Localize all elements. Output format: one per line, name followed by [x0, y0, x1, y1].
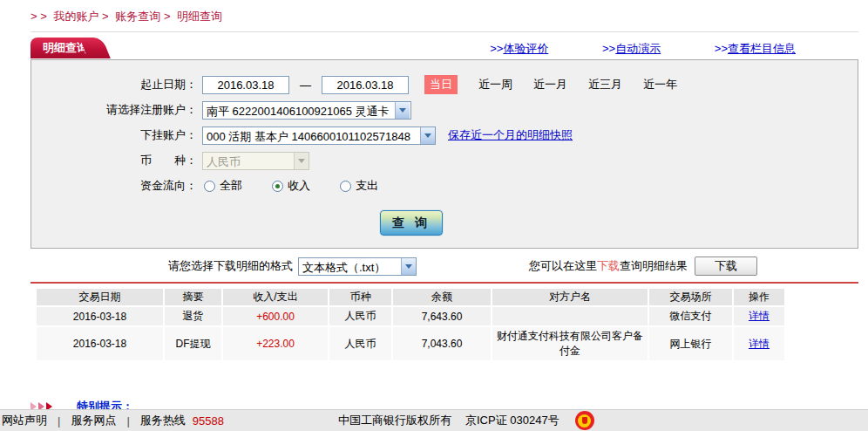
date-dash: —	[300, 79, 311, 92]
cell-currency: 人民币	[329, 327, 391, 360]
radio-all[interactable]: 全部	[204, 178, 242, 194]
footer-copyright-group: 中国工商银行版权所有 京ICP证 030247号	[338, 411, 594, 430]
cell-summary: 退货	[165, 307, 221, 325]
query-button[interactable]: 查 询	[380, 210, 443, 236]
breadcrumb-separator: >	[102, 10, 109, 23]
red-separator	[31, 282, 858, 284]
table-row: 2016-03-18 DF提现 +223.00 人民币 7,043.60 财付通…	[37, 327, 784, 360]
cell-venue: 网上银行	[649, 327, 732, 360]
breadcrumb-separator: >	[164, 10, 171, 23]
chevron-down-icon	[395, 102, 410, 119]
fund-flow-row: 资金流向： 全部 收入 支出	[31, 175, 858, 196]
breadcrumb-item-detail-query[interactable]: 明细查询	[177, 10, 222, 23]
save-snapshot-link[interactable]: 保存近一个月的明细快照	[448, 127, 573, 143]
col-header-summary: 摘要	[165, 289, 221, 305]
cell-counterparty	[492, 307, 648, 325]
footer-hotline-label: 服务热线	[140, 413, 186, 428]
date-to-input[interactable]	[322, 76, 409, 94]
cell-venue: 微信支付	[649, 307, 732, 325]
download-hint-group: 您可以在这里下载查询明细结果 下载	[529, 257, 757, 276]
cell-balance: 7,043.60	[393, 327, 491, 360]
radio-expense[interactable]: 支出	[340, 178, 378, 194]
cell-summary: DF提现	[165, 327, 221, 360]
download-hint-link[interactable]: 下载	[597, 258, 620, 274]
download-hint-after: 查询明细结果	[620, 258, 688, 274]
col-header-venue: 交易场所	[649, 289, 732, 305]
download-hint-before: 您可以在这里	[529, 258, 597, 274]
link-view-column-info[interactable]: >>查看栏目信息	[715, 42, 796, 55]
col-header-currency: 币种	[329, 289, 391, 305]
currency-select: 人民币	[202, 152, 309, 170]
breadcrumb: > > 我的账户 > 账务查询 > 明细查询	[31, 0, 858, 24]
quick-range-year[interactable]: 近一年	[643, 77, 677, 92]
today-button[interactable]: 当日	[424, 75, 458, 94]
transaction-table: 交易日期 摘要 收入/支出 币种 余额 对方户名 交易场所 操作 2016-03…	[35, 287, 786, 362]
detail-link[interactable]: 详情	[749, 310, 770, 322]
footer-link-statement[interactable]: 网站声明	[2, 413, 47, 428]
quick-range-3months[interactable]: 近三月	[588, 77, 622, 92]
sub-account-label: 下挂账户：	[31, 127, 197, 143]
fund-flow-label: 资金流向：	[31, 178, 197, 194]
link-experience-rating[interactable]: >>体验评价	[490, 42, 548, 55]
radio-icon	[340, 181, 351, 192]
quick-range-month[interactable]: 近一月	[533, 77, 567, 92]
breadcrumb-item-account-query[interactable]: 账务查询	[115, 10, 160, 23]
currency-label: 币 种：	[31, 153, 197, 168]
query-form-panel: 起止日期： — 当日 近一周 近一月 近三月 近一年 请选择注册账户： 南平 6…	[31, 59, 858, 249]
download-button[interactable]: 下载	[695, 257, 757, 276]
breadcrumb-prefix: > >	[31, 10, 47, 23]
footer-hotline-number: 95588	[193, 414, 224, 428]
security-emblem-icon	[575, 411, 594, 430]
tab-row: 明细查询 >>体验评价 >>自动演示 >>查看栏目信息	[31, 36, 858, 59]
chevron-down-icon	[401, 258, 416, 275]
chevron-down-icon	[294, 153, 309, 169]
query-button-row: 查 询	[31, 210, 858, 236]
col-header-counterparty: 对方户名	[492, 289, 648, 305]
col-header-action: 操作	[734, 289, 784, 305]
footer-link-branches[interactable]: 服务网点	[71, 413, 116, 428]
divider	[31, 31, 858, 32]
cell-counterparty: 财付通支付科技有限公司客户备付金	[492, 327, 648, 360]
download-format-label: 请您选择下载明细的格式	[168, 258, 293, 274]
register-account-label: 请选择注册账户：	[31, 102, 197, 118]
detail-link[interactable]: 详情	[749, 338, 770, 350]
cell-amount: +223.00	[223, 327, 328, 360]
sub-account-row: 下挂账户： 000 活期 基本户 1406600101102571848 保存近…	[31, 125, 858, 146]
col-header-date: 交易日期	[37, 289, 163, 305]
download-row: 请您选择下载明细的格式 文本格式（.txt） 您可以在这里下载查询明细结果 下载	[31, 252, 858, 280]
cell-balance: 7,643.60	[393, 307, 491, 325]
date-range-row: 起止日期： — 当日 近一周 近一月 近三月 近一年	[31, 74, 858, 95]
radio-checked-icon	[272, 181, 283, 192]
chevron-down-icon	[420, 127, 435, 144]
radio-icon	[204, 181, 215, 192]
breadcrumb-item-my-account[interactable]: 我的账户	[53, 10, 98, 23]
footer-links: 网站声明 | 服务网点 | 服务热线 95588	[0, 413, 224, 428]
register-account-select[interactable]: 南平 6222001406100921065 灵通卡	[202, 101, 411, 120]
cell-date: 2016-03-18	[37, 327, 163, 360]
top-links: >>体验评价 >>自动演示 >>查看栏目信息	[439, 41, 796, 57]
cell-amount: +600.00	[223, 307, 328, 325]
currency-row: 币 种： 人民币	[31, 150, 858, 171]
tab-detail-query[interactable]: 明细查询	[31, 38, 93, 58]
register-account-row: 请选择注册账户： 南平 6222001406100921065 灵通卡	[31, 99, 858, 120]
quick-range-week[interactable]: 近一周	[478, 77, 512, 92]
footer: 网站声明 | 服务网点 | 服务热线 95588 中国工商银行版权所有 京ICP…	[0, 409, 868, 431]
col-header-amount: 收入/支出	[223, 289, 328, 305]
sub-account-select[interactable]: 000 活期 基本户 1406600101102571848	[202, 127, 436, 145]
cell-date: 2016-03-18	[37, 307, 163, 325]
date-range-label: 起止日期：	[31, 77, 197, 92]
download-format-select[interactable]: 文本格式（.txt）	[298, 257, 417, 276]
fund-flow-options: 全部 收入 支出	[204, 178, 408, 194]
footer-copyright: 中国工商银行版权所有	[338, 413, 451, 428]
radio-income[interactable]: 收入	[272, 178, 310, 194]
col-header-balance: 余额	[393, 289, 491, 305]
link-auto-demo[interactable]: >>自动演示	[602, 42, 661, 55]
cell-currency: 人民币	[329, 307, 391, 325]
table-row: 2016-03-18 退货 +600.00 人民币 7,643.60 微信支付 …	[37, 307, 784, 325]
table-header-row: 交易日期 摘要 收入/支出 币种 余额 对方户名 交易场所 操作	[37, 289, 784, 305]
footer-icp: 京ICP证 030247号	[465, 413, 559, 428]
date-from-input[interactable]	[202, 76, 289, 94]
